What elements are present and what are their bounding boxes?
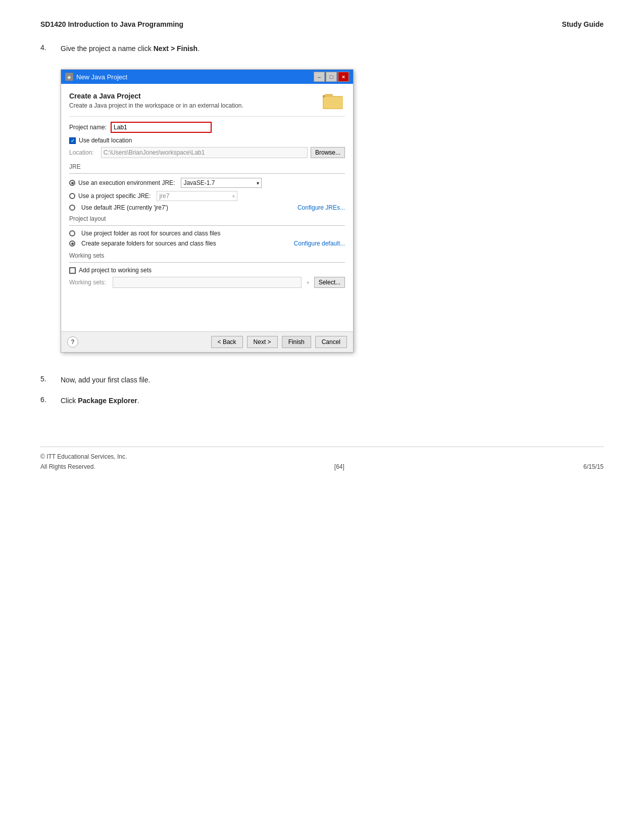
add-working-sets-row[interactable]: Add project to working sets xyxy=(69,267,345,274)
svg-rect-2 xyxy=(324,97,343,108)
help-button[interactable]: ? xyxy=(67,336,78,348)
jre-option-1[interactable]: Use an execution environment JRE: JavaSE… xyxy=(69,178,345,188)
project-name-row: Project name: xyxy=(69,122,345,133)
dialog-app-icon: ◈ xyxy=(65,73,73,81)
dropdown-arrow-working: ▾ xyxy=(307,280,309,285)
select-button[interactable]: Select... xyxy=(314,277,345,288)
new-java-project-dialog: ◈ New Java Project – □ × Create a Java P… xyxy=(61,69,354,353)
project-layout-label: Project layout xyxy=(69,215,345,222)
minimize-button[interactable]: – xyxy=(314,72,325,82)
dialog-container: ◈ New Java Project – □ × Create a Java P… xyxy=(40,64,604,363)
page-header: SD1420 Introduction to Java Programming … xyxy=(40,20,604,28)
jre-label: JRE xyxy=(69,163,345,170)
finish-button[interactable]: Finish xyxy=(282,336,311,348)
date: 6/15/15 xyxy=(583,463,604,470)
dialog-footer: ? < Back Next > Finish Cancel xyxy=(61,331,353,352)
working-sets-input-row: Working sets: ▾ Select... xyxy=(69,277,345,288)
layout-option-2-row[interactable]: Create separate folders for sources and … xyxy=(69,240,345,247)
layout-radio-1[interactable] xyxy=(69,230,75,236)
project-layout-section: Project layout Use project folder as roo… xyxy=(69,215,345,247)
page-title: SD1420 Introduction to Java Programming xyxy=(40,20,183,28)
jre-option-1-label: Use an execution environment JRE: xyxy=(78,179,175,186)
step-6-text: Click Package Explorer. xyxy=(61,396,139,406)
jre-option-2-label: Use a project specific JRE: xyxy=(78,192,151,200)
project-name-input[interactable] xyxy=(111,122,212,133)
layout-option-2-label: Create separate folders for sources and … xyxy=(81,240,216,247)
folder-icon xyxy=(323,92,345,110)
location-label: Location: xyxy=(69,149,94,156)
use-default-location-row[interactable]: ✓ Use default location xyxy=(69,137,345,144)
project-name-label: Project name: xyxy=(69,124,107,131)
jre-env-value: JavaSE-1.7 xyxy=(183,179,215,186)
close-button[interactable]: × xyxy=(338,72,349,82)
step-4: 4. Give the project a name click Next > … xyxy=(40,43,604,54)
step-5-number: 5. xyxy=(40,375,61,385)
page-subtitle: Study Guide xyxy=(562,20,604,28)
jre-env-dropdown[interactable]: JavaSE-1.7 ▾ xyxy=(181,178,262,188)
configure-jres-link[interactable]: Configure JREs... xyxy=(298,204,345,211)
copyright: © ITT Educational Services, Inc. xyxy=(40,453,604,460)
jre-specific-dropdown[interactable]: jre7 ▾ xyxy=(157,191,237,201)
step-4-number: 4. xyxy=(40,43,61,54)
jre-specific-arrow: ▾ xyxy=(232,193,235,199)
dialog-title: New Java Project xyxy=(76,73,127,81)
jre-option-3-row[interactable]: Use default JRE (currently 'jre7') Confi… xyxy=(69,204,345,211)
step-6-number: 6. xyxy=(40,396,61,406)
jre-option-3-label: Use default JRE (currently 'jre7') xyxy=(81,204,168,211)
use-default-label: Use default location xyxy=(79,137,132,144)
step-5: 5. Now, add your first class file. xyxy=(40,375,604,385)
page-number: [64] xyxy=(334,463,344,470)
footer-bottom: All Rights Reserved. [64] 6/15/15 xyxy=(40,463,604,470)
page-footer: © ITT Educational Services, Inc. All Rig… xyxy=(40,447,604,470)
jre-specific-value: jre7 xyxy=(159,192,169,200)
jre-env-arrow: ▾ xyxy=(257,180,259,186)
browse-button[interactable]: Browse... xyxy=(311,147,345,158)
maximize-button[interactable]: □ xyxy=(326,72,337,82)
jre-option-2[interactable]: Use a project specific JRE: jre7 ▾ xyxy=(69,191,345,201)
location-row: Location: Browse... xyxy=(69,147,345,158)
working-sets-input[interactable] xyxy=(113,277,301,288)
step-4-text: Give the project a name click Next > Fin… xyxy=(61,43,200,54)
location-input[interactable] xyxy=(101,147,308,158)
dialog-header: Create a Java Project Create a Java proj… xyxy=(69,92,345,110)
jre-radio-2[interactable] xyxy=(69,193,75,199)
svg-rect-3 xyxy=(325,94,333,97)
next-button[interactable]: Next > xyxy=(247,336,278,348)
configure-default-link[interactable]: Configure default... xyxy=(294,240,345,247)
jre-section: JRE Use an execution environment JRE: Ja… xyxy=(69,163,345,211)
step-5-text: Now, add your first class file. xyxy=(61,375,150,385)
step-6: 6. Click Package Explorer. xyxy=(40,396,604,406)
working-sets-field-label: Working sets: xyxy=(69,279,106,286)
layout-option-1[interactable]: Use project folder as root for sources a… xyxy=(69,230,345,237)
layout-option-1-label: Use project folder as root for sources a… xyxy=(81,230,220,237)
working-sets-label: Working sets xyxy=(69,252,345,259)
use-default-checkbox[interactable]: ✓ xyxy=(69,137,76,144)
cancel-button[interactable]: Cancel xyxy=(315,336,347,348)
dialog-header-subtitle: Create a Java project in the workspace o… xyxy=(69,102,243,109)
add-working-sets-checkbox[interactable] xyxy=(69,267,76,274)
jre-radio-3[interactable] xyxy=(69,205,75,211)
working-sets-section: Working sets Add project to working sets… xyxy=(69,252,345,288)
jre-radio-1[interactable] xyxy=(69,180,75,186)
back-button[interactable]: < Back xyxy=(211,336,243,348)
rights: All Rights Reserved. xyxy=(40,463,95,470)
layout-radio-2[interactable] xyxy=(69,240,75,247)
dialog-header-title: Create a Java Project xyxy=(69,92,243,100)
dialog-titlebar: ◈ New Java Project – □ × xyxy=(61,70,353,84)
add-working-sets-label: Add project to working sets xyxy=(79,267,152,274)
